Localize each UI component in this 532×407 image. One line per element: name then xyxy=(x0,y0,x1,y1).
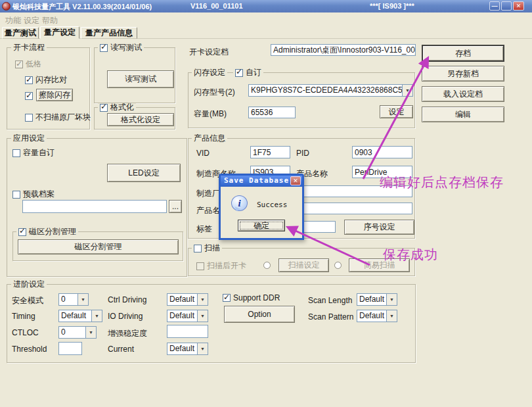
scan-pattern-label: Scan Pattern xyxy=(308,312,353,322)
dialog-title: Save Database xyxy=(224,176,289,185)
partition-manage-button[interactable]: 磁区分割管理 xyxy=(18,239,179,254)
partition-label: 磁区分割管理 xyxy=(29,227,76,236)
dialog-close-button[interactable]: ✕ xyxy=(290,176,301,185)
timing-select[interactable]: Default xyxy=(58,310,102,322)
group-open-card-flow-title: 开卡流程 xyxy=(11,43,47,52)
support-ddr-checkbox[interactable]: Support DDR xyxy=(223,293,280,302)
serial-settings-button[interactable]: 序号设定 xyxy=(344,220,414,235)
checkbox-icon xyxy=(194,245,202,252)
minimize-button[interactable]: — xyxy=(489,1,500,11)
scan-group-checkbox[interactable]: 扫描 xyxy=(192,244,222,252)
format-group-checkbox[interactable]: 格式化 xyxy=(98,103,136,112)
pid-input[interactable]: 0903 xyxy=(352,146,412,158)
capacity-custom-label: 容量自订 xyxy=(23,147,55,158)
preload-file-input[interactable] xyxy=(22,200,167,213)
threshold-label: Threshold xyxy=(12,345,47,354)
close-button[interactable]: ✕ xyxy=(513,1,524,11)
scan-length-select[interactable]: Default xyxy=(357,293,397,306)
flash-model-select[interactable]: K9PHGY8S7C-ECDEDEA4A432326868C5C5-8 xyxy=(248,84,413,97)
save-as-button[interactable]: 另存新档 xyxy=(422,66,504,82)
group-advanced: 进阶设定 安全模式 0 Ctrl Driving Default Timing … xyxy=(7,284,416,363)
security-mode-label: 安全模式 xyxy=(12,295,43,306)
ctloc-label: CTLOC xyxy=(12,328,39,337)
flash-set-button[interactable]: 设定 xyxy=(380,105,413,118)
format-settings-button[interactable]: 格式化设定 xyxy=(107,113,174,126)
flash-custom-label: 自订 xyxy=(246,68,261,77)
tab-mp-test[interactable]: 量产测试 xyxy=(2,27,39,39)
app-window: 银灿科技量产工具 V2.11.00.39(2014/01/06) V116_00… xyxy=(0,0,532,407)
edit-button[interactable]: 编辑 xyxy=(422,107,504,122)
group-open-card-flow: 开卡流程 低格 闪存比对 擦除闪存 不扫描原厂坏块 xyxy=(7,47,90,130)
capacity-custom-checkbox[interactable]: 容量自订 xyxy=(12,147,55,158)
ctrl-driving-select[interactable]: Default xyxy=(167,293,208,306)
save-database-dialog: Save Database ✕ i Success 确定 xyxy=(219,174,304,240)
capacity-label: 容量(MB) xyxy=(194,108,227,120)
scan-after-open-checkbox: 扫描后开卡 xyxy=(196,260,246,272)
annotation-save-note: 编辑好后点存档保存 xyxy=(380,174,504,191)
config-file-label: 开卡设定档 xyxy=(189,47,229,58)
rw-test-button[interactable]: 读写测试 xyxy=(107,70,174,88)
low-format-checkbox: 低格 xyxy=(15,59,41,70)
load-config-button[interactable]: 载入设定档 xyxy=(422,86,504,102)
ok-button-label: 确定 xyxy=(240,222,283,229)
group-partition: 磁区分割管理 磁区分割管理 xyxy=(12,231,183,261)
erase-flash-button[interactable]: 擦除闪存 xyxy=(36,89,73,101)
stability-label: 增强稳定度 xyxy=(108,328,147,339)
threshold-input[interactable] xyxy=(58,342,82,355)
flash-compare-checkbox[interactable]: 闪存比对 xyxy=(25,74,67,85)
erase-flash-checkbox[interactable] xyxy=(25,92,33,100)
chevron-down-icon xyxy=(78,294,88,305)
easy-scan-radio xyxy=(334,262,342,269)
led-settings-button[interactable]: LED设定 xyxy=(107,164,181,182)
tab-mp-settings[interactable]: 量产设定 xyxy=(40,26,79,39)
format-label: 格式化 xyxy=(110,103,134,112)
ctrl-driving-label: Ctrl Driving xyxy=(108,295,146,304)
flash-custom-checkbox[interactable]: 自订 xyxy=(233,68,263,77)
checkbox-icon xyxy=(235,69,243,77)
group-format: 格式化 格式化设定 xyxy=(94,107,175,130)
group-app-settings: 应用设定 容量自订 LED设定 预载档案 ... 磁区分割管理 磁区分割管理 xyxy=(7,138,187,277)
partition-group-checkbox[interactable]: 磁区分割管理 xyxy=(16,227,78,236)
config-file-input[interactable]: Administrator\桌面\Innostor903-V116_00_140 xyxy=(271,44,416,56)
option-button[interactable]: Option xyxy=(224,306,295,323)
no-scan-bad-label: 不扫描原厂坏块 xyxy=(35,112,91,123)
ctloc-select[interactable]: 0 xyxy=(58,326,97,339)
browse-button[interactable]: ... xyxy=(169,200,182,213)
info-icon: i xyxy=(231,195,248,211)
window-title: 银灿科技量产工具 V2.11.00.39(2014/01/06) xyxy=(12,2,152,12)
tab-strip: 量产测试 量产设定 量产产品信息 xyxy=(0,26,532,39)
menu-item-settings: 设定 xyxy=(24,15,39,26)
vid-input[interactable]: 1F75 xyxy=(250,146,290,158)
title-bar: 银灿科技量产工具 V2.11.00.39(2014/01/06) V116_00… xyxy=(0,0,532,12)
support-ddr-label: Support DDR xyxy=(233,293,280,302)
checkbox-icon xyxy=(100,104,108,112)
rw-test-group-checkbox[interactable]: 读写测试 xyxy=(98,43,144,52)
tab-mp-product-info[interactable]: 量产产品信息 xyxy=(81,27,137,39)
chevron-down-icon xyxy=(386,310,397,322)
io-driving-label: IO Driving xyxy=(108,312,143,321)
maximize-button[interactable] xyxy=(501,1,512,11)
scan-after-open-label: 扫描后开卡 xyxy=(207,260,246,272)
checkbox-icon xyxy=(12,191,20,199)
no-scan-bad-checkbox[interactable]: 不扫描原厂坏块 xyxy=(25,112,91,123)
security-mode-select[interactable]: 0 xyxy=(58,293,89,306)
scan-settings-button: 扫描设定 xyxy=(278,258,329,272)
preload-file-checkbox[interactable]: 预载档案 xyxy=(12,189,55,200)
checkbox-icon xyxy=(100,44,108,52)
io-driving-select[interactable]: Default xyxy=(167,310,208,322)
stability-input[interactable] xyxy=(167,325,208,338)
capacity-input[interactable]: 65536 xyxy=(248,107,296,118)
rw-test-label: 读写测试 xyxy=(110,43,142,52)
scan-settings-radio xyxy=(263,262,271,269)
dialog-ok-button[interactable]: 确定 xyxy=(238,220,285,231)
scan-pattern-select[interactable]: Default xyxy=(357,310,397,322)
current-select[interactable]: Default xyxy=(167,343,208,355)
scan-length-label: Scan Length xyxy=(308,296,352,305)
tag-label: 标签 xyxy=(196,224,212,235)
menu-bar: 功能 设定 帮助 xyxy=(0,14,532,25)
chevron-down-icon xyxy=(197,294,208,305)
save-button[interactable]: 存档 xyxy=(422,45,504,62)
low-format-label: 低格 xyxy=(26,59,41,70)
checkbox-icon xyxy=(12,149,20,157)
chevron-down-icon xyxy=(91,310,102,322)
